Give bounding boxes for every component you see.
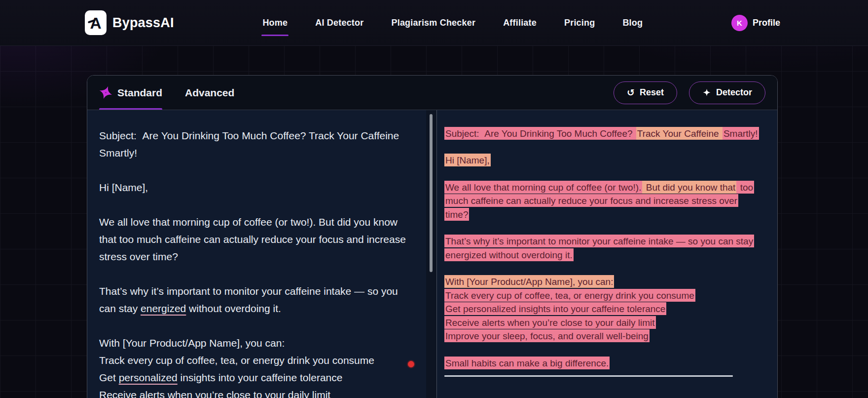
- sparkle-icon: [702, 88, 711, 97]
- highlight-segment: Get personalized insights into your caff…: [444, 302, 666, 315]
- highlight-segment: We all love that morning cup of coffee (…: [444, 181, 642, 194]
- scrollbar-thumb[interactable]: [430, 114, 433, 272]
- text-segment: insights into your caffeine tolerance: [178, 372, 343, 383]
- profile-label: Profile: [753, 18, 780, 28]
- mode-tabs: Standard Advanced: [99, 76, 234, 110]
- text-segment: without overdoing it.: [186, 303, 281, 314]
- text-segment: Track every cup of coffee, tea, or energ…: [99, 355, 374, 366]
- shuriken-icon: [99, 86, 112, 99]
- tab-advanced[interactable]: Advanced: [185, 76, 234, 110]
- tab-advanced-label: Advanced: [185, 87, 234, 99]
- output-paragraph: Subject: Are You Drinking Too Much Coffe…: [444, 126, 761, 140]
- input-editor-panel[interactable]: Subject: Are You Drinking Too Much Coffe…: [87, 110, 426, 398]
- main-nav: HomeAI DetectorPlagiarism CheckerAffilia…: [261, 13, 644, 33]
- highlight-segment: Subject: Are You Drinking Too Much Coffe…: [444, 127, 636, 140]
- nav-item-home[interactable]: Home: [261, 13, 289, 33]
- top-navbar: A BypassAI HomeAI DetectorPlagiarism Che…: [0, 0, 868, 46]
- text-segment: Get: [99, 372, 119, 383]
- highlight-segment: Improve your sleep, focus, and overall w…: [444, 329, 650, 342]
- tab-standard-label: Standard: [117, 87, 162, 99]
- tab-standard[interactable]: Standard: [99, 76, 162, 110]
- truncated-highlight-divider: [444, 375, 733, 377]
- reset-button[interactable]: ↺ Reset: [614, 81, 677, 104]
- text-segment: Subject: Are You Drinking Too Much Coffe…: [99, 130, 399, 159]
- reset-button-label: Reset: [640, 87, 664, 98]
- nav-item-label: AI Detector: [315, 18, 363, 28]
- nav-item-label: Home: [262, 18, 288, 28]
- underlined-word: personalized: [119, 372, 178, 383]
- input-paragraph: We all love that morning cup of coffee (…: [99, 213, 415, 265]
- card-header: Standard Advanced ↺ Reset Detector: [87, 76, 777, 110]
- nav-item-label: Plagiarism Checker: [391, 18, 475, 28]
- nav-item-label: Affiliate: [503, 18, 537, 28]
- detector-button[interactable]: Detector: [689, 81, 765, 104]
- output-paragraph: With [Your Product/App Name], you can:Tr…: [444, 275, 761, 343]
- header-actions: ↺ Reset Detector: [614, 76, 765, 110]
- panel-divider: [426, 110, 437, 398]
- highlight-segment: But did you know that: [642, 181, 736, 194]
- highlight-segment: Receive alerts when you’re close to your…: [444, 316, 656, 329]
- output-highlighted-panel: Subject: Are You Drinking Too Much Coffe…: [437, 110, 777, 398]
- input-paragraph: That’s why it’s important to monitor you…: [99, 282, 415, 317]
- output-paragraph: We all love that morning cup of coffee (…: [444, 180, 761, 221]
- nav-item-label: Blog: [622, 18, 643, 28]
- nav-item-plagiarism-checker[interactable]: Plagiarism Checker: [390, 13, 476, 33]
- humanizer-card: Standard Advanced ↺ Reset Detector Subje…: [87, 75, 778, 398]
- bypassai-logo-icon: A: [85, 10, 107, 35]
- nav-item-blog[interactable]: Blog: [621, 13, 644, 33]
- nav-item-pricing[interactable]: Pricing: [563, 13, 596, 33]
- highlight-segment: Track every cup of coffee, tea, or energ…: [444, 289, 695, 302]
- highlight-segment: That’s why it’s important to monitor you…: [444, 235, 754, 261]
- input-paragraph: With [Your Product/App Name], you can:Tr…: [99, 334, 415, 398]
- nav-item-ai-detector[interactable]: AI Detector: [314, 13, 364, 33]
- highlight-segment: Smartly!: [723, 127, 759, 140]
- underlined-word: energized: [141, 303, 186, 314]
- nav-item-label: Pricing: [564, 18, 595, 28]
- avatar: K: [731, 15, 748, 31]
- output-paragraph: That’s why it’s important to monitor you…: [444, 235, 761, 262]
- red-indicator-dot: [408, 361, 414, 367]
- highlight-segment: Hi [Name],: [444, 154, 491, 166]
- text-segment: Hi [Name],: [99, 182, 148, 193]
- reset-icon: ↺: [627, 88, 635, 97]
- highlight-segment: Track Your Caffeine: [636, 127, 723, 140]
- output-paragraph: Small habits can make a big difference.: [444, 356, 761, 377]
- input-paragraph: Subject: Are You Drinking Too Much Coffe…: [99, 127, 415, 161]
- detector-button-label: Detector: [716, 87, 752, 98]
- nav-item-affiliate[interactable]: Affiliate: [502, 13, 538, 33]
- profile-button[interactable]: K Profile: [731, 15, 780, 31]
- card-body: Subject: Are You Drinking Too Much Coffe…: [87, 110, 777, 398]
- text-segment: With [Your Product/App Name], you can:: [99, 337, 285, 349]
- text-segment: Receive alerts when you’re close to your…: [99, 389, 330, 398]
- brand-name: BypassAI: [112, 15, 174, 31]
- highlight-segment: Small habits can make a big difference.: [444, 357, 610, 369]
- highlight-segment: With [Your Product/App Name], you can:: [444, 275, 614, 288]
- text-segment: We all love that morning cup of coffee (…: [99, 216, 406, 262]
- input-paragraph: Hi [Name],: [99, 179, 415, 196]
- brand-logo[interactable]: A BypassAI: [85, 10, 174, 35]
- output-paragraph: Hi [Name],: [444, 154, 761, 167]
